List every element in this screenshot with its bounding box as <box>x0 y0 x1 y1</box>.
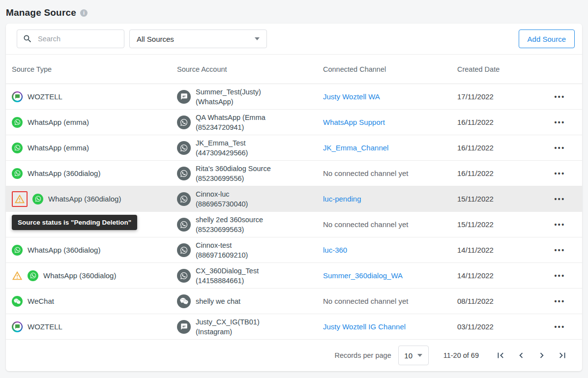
source-type-label: WhatsApp (emma) <box>28 118 89 126</box>
whatsapp-account-icon <box>177 167 191 180</box>
whatsapp-account-icon <box>177 243 191 257</box>
row-actions-icon[interactable] <box>549 192 570 206</box>
created-date: 15/11/2022 <box>457 220 494 229</box>
row-actions-icon[interactable] <box>549 167 570 180</box>
records-per-page-label: Records per page <box>334 351 391 359</box>
search-box[interactable] <box>17 29 124 48</box>
account-detail: (14158884661) <box>196 276 259 286</box>
source-type-label: WeChat <box>28 297 54 305</box>
account-detail: (85234720941) <box>196 122 265 132</box>
row-actions-icon[interactable] <box>549 320 570 334</box>
whatsapp-icon <box>32 194 43 204</box>
wechat-account-icon <box>177 294 191 308</box>
created-date: 16/11/2022 <box>457 118 494 126</box>
whatsapp-account-icon <box>177 269 191 283</box>
chevron-left-icon <box>516 350 527 361</box>
wechat-icon <box>12 296 23 307</box>
row-actions-icon[interactable] <box>549 90 570 104</box>
row-actions-icon[interactable] <box>549 243 570 257</box>
no-channel-label: No connected channel yet <box>323 297 408 305</box>
table-row: WhatsApp (360dialog) Cinnox-test(8869716… <box>6 237 582 263</box>
account-name: Cinnox-luc <box>196 189 248 199</box>
add-source-button[interactable]: Add Source <box>519 29 575 48</box>
table-row: WhatsApp (360dialog) CX_360Dialog_Test(1… <box>6 263 582 289</box>
source-filter-select[interactable]: All Sources <box>129 29 267 48</box>
table-row: WeChat shelly we chat No connected chann… <box>6 289 582 314</box>
connected-channel-link[interactable]: luc-360 <box>323 246 347 254</box>
account-name: Justy_CX_IG(TB01) <box>196 317 260 327</box>
source-type-label: WhatsApp (360dialog) <box>28 169 100 177</box>
woztell-icon <box>12 91 23 102</box>
previous-page-button[interactable] <box>512 347 530 364</box>
records-per-page-select[interactable]: 10 <box>398 346 429 365</box>
connected-channel-link[interactable]: JK_Emma_Channel <box>323 144 388 152</box>
whatsapp-account-icon <box>177 116 191 129</box>
connected-channel-link[interactable]: Summer_360dialog_WA <box>323 271 403 280</box>
woztell-account-icon <box>177 320 191 334</box>
source-type-label: WhatsApp (360dialog) <box>28 246 100 254</box>
whatsapp-icon <box>12 245 23 256</box>
no-channel-label: No connected channel yet <box>323 220 408 229</box>
connected-channel-link[interactable]: Justy Woztell IG Channel <box>323 322 406 331</box>
whatsapp-account-icon <box>177 218 191 232</box>
account-name: QA WhatsApp (Emma <box>196 113 265 122</box>
row-actions-icon[interactable] <box>549 269 570 283</box>
chevron-down-icon <box>417 354 422 357</box>
source-filter-value: All Sources <box>137 35 174 43</box>
whatsapp-icon <box>12 117 23 128</box>
connected-channel-link[interactable]: Justy Woztell WA <box>323 92 380 101</box>
records-per-page-value: 10 <box>404 351 412 360</box>
account-name: Rita's 360dialog Source <box>196 164 271 174</box>
last-page-button[interactable] <box>554 347 571 364</box>
table-row-highlighted: WhatsApp (360dialog) Cinnox-luc(88696573… <box>6 186 582 212</box>
account-name: JK_Emma_Test <box>196 138 248 148</box>
info-icon[interactable] <box>80 9 88 17</box>
search-input[interactable] <box>37 34 118 43</box>
chevron-down-icon <box>255 37 260 40</box>
created-date: 16/11/2022 <box>457 144 494 152</box>
account-detail: (85230699556) <box>196 174 271 183</box>
source-type-label: WOZTELL <box>28 322 62 331</box>
row-actions-icon[interactable] <box>549 141 570 155</box>
account-detail: (Instagram) <box>196 327 260 337</box>
chevron-right-icon <box>536 350 547 361</box>
account-detail: (WhatsApp) <box>196 97 261 107</box>
table-body: WOZTELL Summer_Test(Justy)(WhatsApp) Jus… <box>6 84 582 340</box>
account-detail: (85230699563) <box>196 225 263 234</box>
table-header-row: Source Type Source Account Connected Cha… <box>6 55 582 84</box>
whatsapp-account-icon <box>177 141 191 155</box>
account-name: CX_360Dialog_Test <box>196 266 259 276</box>
source-type-label: WOZTELL <box>28 92 62 101</box>
table-row: WhatsApp (360dialog) Rita's 360dialog So… <box>6 161 582 186</box>
created-date: 14/11/2022 <box>457 271 494 280</box>
search-icon <box>23 34 32 44</box>
account-name: Summer_Test(Justy) <box>196 87 261 97</box>
created-date: 03/11/2022 <box>457 322 494 331</box>
woztell-account-icon <box>177 90 191 104</box>
first-page-icon <box>495 350 506 361</box>
manage-source-card: All Sources Add Source Source Type Sourc… <box>6 24 582 371</box>
column-header-created-date: Created Date <box>451 65 537 73</box>
account-detail: (886965730040) <box>196 199 248 209</box>
row-actions-icon[interactable] <box>549 116 570 129</box>
connected-channel-link[interactable]: WhatsApp Support <box>323 118 385 126</box>
source-type-label: WhatsApp (360dialog) <box>43 271 116 280</box>
next-page-button[interactable] <box>533 347 551 364</box>
first-page-button[interactable] <box>492 347 509 364</box>
table-row: WhatsApp (emma) JK_Emma_Test(44730942956… <box>6 135 582 161</box>
account-detail: (447309429566) <box>196 148 248 158</box>
connected-channel-link[interactable]: luc-pending <box>323 195 361 203</box>
table-row: WOZTELL Justy_CX_IG(TB01)(Instagram) Jus… <box>6 314 582 340</box>
column-header-source-account: Source Account <box>171 65 317 73</box>
row-actions-icon[interactable] <box>549 218 570 232</box>
warning-icon[interactable] <box>14 194 25 204</box>
page-header: Manage Source <box>0 0 588 24</box>
pagination-range-label: 11-20 of 69 <box>443 351 479 359</box>
whatsapp-icon <box>28 270 38 281</box>
warning-icon[interactable] <box>12 270 23 281</box>
tooltip: Source status is "Pending Deletion" <box>12 215 137 230</box>
row-actions-icon[interactable] <box>549 294 570 308</box>
account-name: shelly we chat <box>196 296 240 306</box>
table-row: WhatsApp (emma) QA WhatsApp (Emma(852347… <box>6 110 582 135</box>
whatsapp-icon <box>12 143 23 153</box>
